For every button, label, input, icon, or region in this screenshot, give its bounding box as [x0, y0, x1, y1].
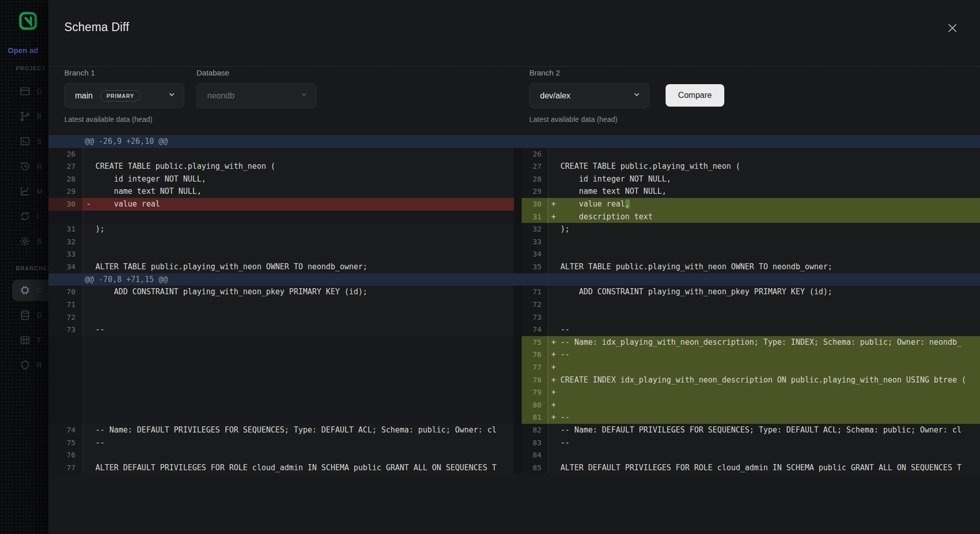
- diff-line-right: 83 --: [522, 437, 980, 449]
- hunk-header-text: @@ -70,8 +71,15 @@: [48, 273, 168, 286]
- sidebar-item-computes[interactable]: C: [12, 279, 48, 301]
- line-number: 32: [48, 236, 83, 248]
- diff-line-left: [48, 211, 514, 223]
- sidebar-item-roles[interactable]: R: [12, 354, 48, 376]
- code-text: [83, 411, 514, 424]
- diff-row: 75 --83 --: [48, 437, 980, 449]
- sidebar-item-tables[interactable]: T: [12, 329, 48, 351]
- code-text: [83, 248, 514, 261]
- compare-button[interactable]: Compare: [666, 84, 724, 107]
- line-number: 73: [522, 311, 548, 324]
- line-number: 26: [522, 148, 548, 161]
- diff-line-right: 29 name text NOT NULL,: [522, 185, 980, 198]
- sidebar-item-label: R: [37, 361, 42, 369]
- diff-line-right: 76+ --: [522, 348, 980, 361]
- diff-row: 73 --74 --: [48, 323, 980, 336]
- diff-row: 33 34: [48, 248, 980, 261]
- schema-diff-view: @@ -26,9 +26,10 @@26 26 27 CREATE TABLE …: [48, 135, 980, 474]
- diff-row: 31 );32 );: [48, 223, 980, 236]
- diff-line-right: 81+ --: [522, 411, 980, 424]
- code-text: [83, 211, 514, 223]
- sidebar-item-settings[interactable]: S: [12, 231, 48, 252]
- diff-row: 75+ -- Name: idx_playing_with_neon_descr…: [48, 336, 980, 349]
- sidebar-item-dashboard[interactable]: D: [12, 81, 48, 102]
- code-text: [83, 374, 514, 387]
- line-number: 79: [522, 386, 548, 399]
- sidebar-item-restore[interactable]: R: [12, 156, 48, 177]
- code-text: [548, 449, 980, 462]
- diff-line-right: 35 ALTER TABLE public.playing_with_neon …: [522, 261, 980, 273]
- neon-logo[interactable]: [18, 11, 38, 31]
- code-text: [548, 248, 980, 261]
- diff-line-right: 27 CREATE TABLE public.playing_with_neon…: [522, 160, 980, 173]
- diff-row: 28 id integer NOT NULL,28 id integer NOT…: [48, 173, 980, 186]
- integrations-icon: [19, 211, 31, 222]
- line-number: 77: [48, 462, 83, 474]
- sidebar-item-label: S: [37, 137, 41, 145]
- diff-row: 30- value real30+ value real,: [48, 198, 980, 211]
- code-text: id integer NOT NULL,: [548, 173, 980, 186]
- line-number: 74: [522, 323, 548, 336]
- diff-line-left: 74 -- Name: DEFAULT PRIVILEGES FOR SEQUE…: [48, 424, 514, 437]
- code-text: + --: [548, 411, 980, 424]
- sidebar-section-label: PROJECT: [16, 65, 46, 71]
- line-number: [48, 386, 83, 399]
- line-number: 76: [48, 449, 83, 462]
- diff-line-right: 84: [522, 449, 980, 462]
- modal-header: Schema Diff: [48, 0, 980, 67]
- settings-icon: [19, 236, 31, 247]
- hunk-header-text: @@ -26,9 +26,10 @@: [48, 135, 168, 148]
- database-label: Database: [197, 68, 229, 77]
- code-text: );: [83, 223, 514, 236]
- code-text: ADD CONSTRAINT playing_with_neon_pkey PR…: [548, 286, 980, 298]
- line-number: 72: [48, 311, 83, 324]
- code-text: name text NOT NULL,: [83, 185, 514, 198]
- line-number: 76: [522, 348, 548, 361]
- line-number: 33: [522, 236, 548, 248]
- sidebar-item-integrations[interactable]: I: [12, 206, 48, 227]
- line-number: 70: [48, 286, 83, 298]
- neon-console-screen: Open ad PROJECTDBSRMISBRANCHESCDTR Schem…: [0, 0, 980, 534]
- sidebar-item-sql-editor[interactable]: S: [12, 131, 48, 152]
- diff-line-left: [48, 348, 514, 361]
- code-text: [83, 348, 514, 361]
- line-number: 31: [522, 211, 548, 223]
- diff-line-right: 82 -- Name: DEFAULT PRIVILEGES FOR SEQUE…: [522, 424, 980, 437]
- diff-line-left: 77 ALTER DEFAULT PRIVILEGES FOR ROLE clo…: [48, 462, 514, 474]
- sidebar-item-label: D: [37, 87, 42, 95]
- sidebar-item-databases[interactable]: D: [12, 304, 48, 326]
- code-text: [83, 298, 514, 311]
- hunk-header-row: @@ -70,8 +71,15 @@: [48, 273, 980, 286]
- diff-row: 34 ALTER TABLE public.playing_with_neon …: [48, 261, 980, 273]
- sidebar-item-monitoring[interactable]: M: [12, 181, 48, 202]
- diff-row: 72 73: [48, 311, 980, 324]
- diff-line-right: 26: [522, 148, 980, 161]
- line-number: 35: [522, 261, 548, 273]
- diff-line-right: 28 id integer NOT NULL,: [522, 173, 980, 186]
- diff-line-right: 77+: [522, 361, 980, 374]
- code-text: name text NOT NULL,: [548, 185, 980, 198]
- diff-line-right: 34: [522, 248, 980, 261]
- diff-line-left: 76: [48, 449, 514, 462]
- code-text: ALTER TABLE public.playing_with_neon OWN…: [548, 261, 980, 273]
- sidebar-item-branches[interactable]: B: [12, 106, 48, 127]
- database-select[interactable]: neondb: [197, 83, 316, 108]
- diff-row: 81+ --: [48, 411, 980, 424]
- line-number: 73: [48, 323, 83, 336]
- sql-editor-icon: [19, 136, 31, 147]
- diff-line-right: 30+ value real,: [522, 198, 980, 211]
- diff-row: 77 ALTER DEFAULT PRIVILEGES FOR ROLE clo…: [48, 462, 980, 474]
- branch2-select[interactable]: dev/alex: [529, 83, 649, 108]
- line-number: 31: [48, 223, 83, 236]
- diff-line-left: 29 name text NOT NULL,: [48, 185, 514, 198]
- branch1-select[interactable]: main PRIMARY: [64, 83, 184, 108]
- close-button[interactable]: [944, 20, 961, 36]
- diff-line-left: 31 );: [48, 223, 514, 236]
- line-number: 27: [48, 160, 83, 173]
- sidebar-section-label: BRANCHES: [16, 265, 48, 271]
- diff-line-left: 75 --: [48, 437, 514, 449]
- database-value: neondb: [207, 91, 234, 100]
- open-admin-link[interactable]: Open ad: [8, 46, 48, 55]
- diff-line-right: 72: [522, 298, 980, 311]
- code-text: ALTER DEFAULT PRIVILEGES FOR ROLE cloud_…: [548, 462, 980, 474]
